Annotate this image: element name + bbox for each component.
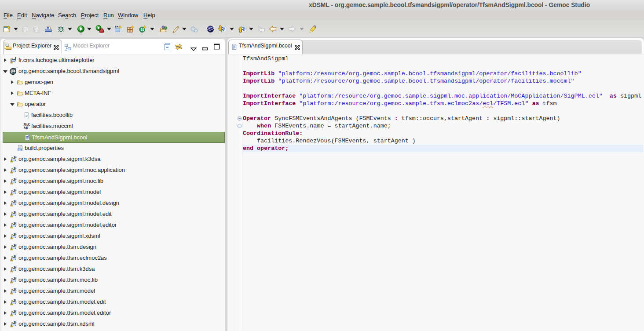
svg-text:010: 010: [18, 148, 22, 151]
svg-text:ML: ML: [24, 126, 30, 130]
svg-text:G: G: [140, 27, 144, 32]
